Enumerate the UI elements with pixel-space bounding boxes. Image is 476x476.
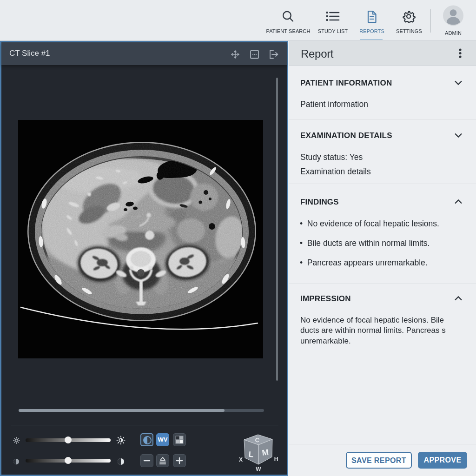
svg-text:H: H — [274, 456, 278, 463]
svg-text:W: W — [256, 466, 261, 472]
svg-text:X: X — [239, 456, 243, 463]
svg-text:M: M — [261, 448, 269, 457]
svg-text:L: L — [248, 450, 254, 459]
